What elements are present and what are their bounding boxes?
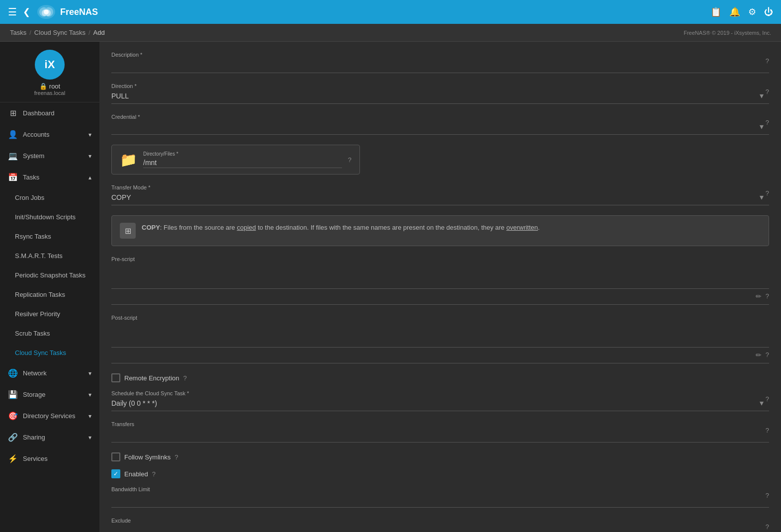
sidebar-label-rsync-tasks: Rsync Tasks (15, 233, 51, 240)
breadcrumb-cloud-sync[interactable]: Cloud Sync Tasks (34, 29, 86, 36)
bandwidth-limit-input[interactable] (111, 494, 766, 504)
sidebar-item-system[interactable]: 💻 System ▾ (0, 145, 99, 167)
power-icon[interactable]: ⏻ (764, 7, 773, 17)
sidebar-label-smart-tests: S.M.A.R.T. Tests (15, 252, 63, 260)
sidebar-label-scrub-tasks: Scrub Tasks (15, 330, 50, 337)
clipboard-icon[interactable]: 📋 (710, 6, 721, 17)
exclude-help-icon[interactable]: ? (766, 523, 769, 531)
pre-script-help-icon[interactable]: ? (766, 292, 769, 300)
sidebar-item-periodic-snapshot[interactable]: Periodic Snapshot Tasks (0, 266, 99, 285)
credential-label: Credential * (111, 114, 766, 120)
transfer-mode-dropdown-icon[interactable]: ▾ (760, 192, 764, 202)
sidebar-item-cloud-sync-tasks[interactable]: Cloud Sync Tasks (0, 343, 99, 362)
credential-dropdown-icon[interactable]: ▾ (760, 122, 764, 131)
follow-symlinks-help-icon[interactable]: ? (174, 453, 178, 461)
remote-encryption-checkbox[interactable] (111, 373, 120, 382)
directory-files-input[interactable] (143, 158, 342, 168)
sidebar-label-accounts: Accounts (23, 131, 49, 138)
pre-script-input[interactable] (111, 264, 769, 289)
sidebar-item-sharing[interactable]: 🔗 Sharing ▾ (0, 427, 99, 448)
back-button[interactable]: ❮ (23, 6, 30, 17)
schedule-label: Schedule the Cloud Sync Task * (111, 390, 766, 396)
bell-icon[interactable]: 🔔 (729, 6, 740, 17)
sidebar-item-directory-services[interactable]: 🎯 Directory Services ▾ (0, 405, 99, 427)
breadcrumb-sep-1: / (29, 29, 31, 36)
breadcrumb-add: Add (93, 29, 105, 36)
accounts-arrow: ▾ (88, 131, 91, 138)
sidebar-item-storage[interactable]: 💾 Storage ▾ (0, 384, 99, 405)
direction-value: PULL (111, 92, 760, 100)
tasks-icon: 📅 (8, 173, 18, 182)
sidebar-item-services[interactable]: ⚡ Services (0, 448, 99, 469)
enabled-help-icon[interactable]: ? (152, 470, 156, 478)
transfers-help-icon[interactable]: ? (766, 427, 769, 434)
logo: FreeNAS (36, 4, 98, 20)
post-script-edit-icon[interactable]: ✏ (756, 351, 762, 359)
topbar-actions: 📋 🔔 ⚙ ⏻ (710, 6, 773, 17)
follow-symlinks-field: Follow Symlinks ? (111, 452, 769, 461)
direction-field: Direction * PULL ▾ ? (111, 83, 769, 104)
services-icon: ⚡ (8, 454, 18, 463)
enabled-field: ✓ Enabled ? (111, 469, 769, 478)
follow-symlinks-checkbox-label[interactable]: Follow Symlinks (111, 452, 171, 461)
post-script-help-icon[interactable]: ? (766, 351, 769, 359)
schedule-dropdown-icon[interactable]: ▾ (760, 398, 764, 408)
follow-symlinks-label: Follow Symlinks (124, 453, 171, 461)
pre-script-edit-icon[interactable]: ✏ (756, 292, 762, 300)
sidebar-item-cron-jobs[interactable]: Cron Jobs (0, 188, 99, 207)
transfer-mode-help-icon[interactable]: ? (766, 189, 769, 197)
remote-encryption-help-icon[interactable]: ? (183, 374, 187, 382)
profile-name: 🔒 root (39, 83, 60, 90)
pre-script-field: Pre-script ✏ ? (111, 256, 769, 305)
direction-label: Direction * (111, 83, 766, 89)
pre-script-actions: ✏ ? (111, 290, 769, 302)
storage-icon: 💾 (8, 390, 18, 399)
description-input[interactable] (111, 60, 766, 70)
sidebar-item-dashboard[interactable]: ⊞ Dashboard (0, 102, 99, 124)
sidebar-label-resilver-priority: Resilver Priority (15, 310, 60, 318)
sidebar-label-directory-services: Directory Services (23, 412, 75, 420)
bandwidth-limit-help-icon[interactable]: ? (766, 492, 769, 499)
sidebar-label-sharing: Sharing (23, 434, 45, 441)
content-area: Description * ? Direction * PULL ▾ (99, 42, 781, 532)
sidebar-item-scrub-tasks[interactable]: Scrub Tasks (0, 324, 99, 343)
description-help-icon[interactable]: ? (766, 57, 769, 65)
credential-help-icon[interactable]: ? (766, 119, 769, 126)
direction-dropdown-icon[interactable]: ▾ (760, 91, 764, 100)
exclude-input[interactable] (111, 526, 766, 532)
direction-help-icon[interactable]: ? (766, 88, 769, 95)
credential-field: Credential * ▾ ? (111, 114, 769, 135)
directory-help-icon[interactable]: ? (348, 156, 351, 164)
sidebar-item-resilver-priority[interactable]: Resilver Priority (0, 304, 99, 324)
logo-icon (36, 4, 56, 20)
enabled-label: Enabled (124, 470, 148, 478)
follow-symlinks-checkbox[interactable] (111, 452, 120, 461)
remote-encryption-label: Remote Encryption (124, 374, 179, 382)
sidebar-label-services: Services (23, 455, 48, 462)
sidebar-label-init-shutdown: Init/Shutdown Scripts (15, 213, 76, 221)
network-icon: 🌐 (8, 368, 18, 378)
enabled-checkbox[interactable]: ✓ (111, 469, 120, 478)
sidebar-label-periodic-snapshot: Periodic Snapshot Tasks (15, 271, 86, 279)
remote-encryption-checkbox-label[interactable]: Remote Encryption (111, 373, 179, 382)
sidebar-item-network[interactable]: 🌐 Network ▾ (0, 362, 99, 384)
sidebar-item-replication-tasks[interactable]: Replication Tasks (0, 285, 99, 304)
transfers-input[interactable] (111, 429, 766, 439)
hamburger-menu[interactable]: ☰ (8, 6, 17, 18)
sidebar-item-rsync-tasks[interactable]: Rsync Tasks (0, 227, 99, 246)
sidebar-item-tasks[interactable]: 📅 Tasks ▴ (0, 167, 99, 188)
sidebar-label-system: System (23, 152, 44, 160)
sidebar-item-smart-tests[interactable]: S.M.A.R.T. Tests (0, 246, 99, 266)
dashboard-icon: ⊞ (8, 108, 18, 118)
schedule-help-icon[interactable]: ? (766, 395, 769, 403)
sidebar-item-init-shutdown[interactable]: Init/Shutdown Scripts (0, 207, 99, 227)
breadcrumb-tasks[interactable]: Tasks (10, 29, 26, 36)
enabled-checkbox-label[interactable]: ✓ Enabled (111, 469, 148, 478)
settings-icon[interactable]: ⚙ (748, 6, 756, 17)
transfers-label: Transfers (111, 421, 766, 427)
sidebar-item-accounts[interactable]: 👤 Accounts ▾ (0, 124, 99, 145)
breadcrumb-sep-2: / (88, 29, 90, 36)
post-script-input[interactable] (111, 323, 769, 348)
sidebar-label-cloud-sync-tasks: Cloud Sync Tasks (15, 349, 66, 356)
sidebar-label-network: Network (23, 369, 47, 377)
